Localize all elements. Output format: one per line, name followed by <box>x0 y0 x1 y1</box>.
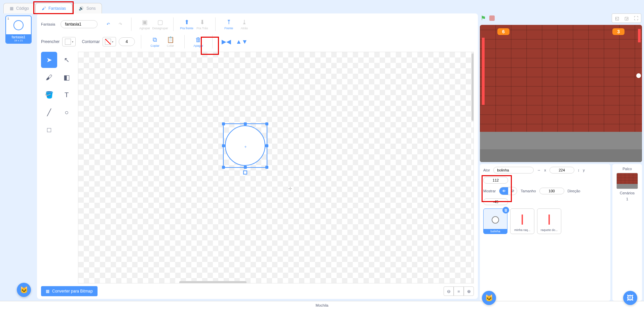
stage-small-button[interactable]: ◱ <box>613 14 621 22</box>
costume-name-label: Fantasia <box>41 22 55 26</box>
tab-costumes[interactable]: 🖌 Fantasias <box>35 3 72 13</box>
rotate-handle[interactable] <box>243 170 247 175</box>
stage-thumbnail[interactable] <box>616 173 638 189</box>
score-left: 6 <box>497 28 509 35</box>
show-sprite-button[interactable]: 👁 <box>499 187 508 195</box>
fill-tool[interactable]: 🪣 <box>41 87 57 103</box>
show-label: Mostrar <box>483 189 496 193</box>
canvas-selection[interactable]: ＋ <box>223 123 267 168</box>
y-icon: ↕ <box>578 168 580 172</box>
backdrops-label: Cenários <box>620 191 635 195</box>
score-right: 3 <box>612 28 624 35</box>
tab-costumes-label: Fantasias <box>48 6 66 11</box>
sprite-item-minha-raquete[interactable]: minha raq... <box>510 208 534 234</box>
tab-sounds-label: Sons <box>86 6 96 11</box>
add-costume-fab[interactable]: 🐱 <box>17 283 31 297</box>
fill-color-button[interactable]: ▾ <box>62 37 76 46</box>
sound-icon: 🔊 <box>79 6 84 11</box>
sprite-paddle-left[interactable] <box>482 38 485 105</box>
tab-code[interactable]: ▦ Código <box>3 3 35 13</box>
trash-icon: 🗑 <box>195 36 201 43</box>
sprite-y-input[interactable] <box>483 177 508 184</box>
sprite-size-input[interactable] <box>539 188 564 194</box>
rect-tool[interactable]: □ <box>41 122 57 138</box>
tool-palette: ➤ ↖ 🖌 ◧ 🪣 T ╱ ○ □ <box>41 52 75 283</box>
stage-full-button[interactable]: ⛶ <box>632 14 640 22</box>
costume-size: 19 x 21 <box>6 39 31 42</box>
add-backdrop-fab[interactable]: 🖼 <box>623 291 637 305</box>
delete-button[interactable]: 🗑Apagar <box>191 36 206 47</box>
outline-color-button[interactable]: ▾ <box>103 37 116 46</box>
outline-width-input[interactable] <box>119 37 135 46</box>
canvas-scrollbar-h[interactable] <box>179 281 247 283</box>
costume-name: fantasia1 <box>12 35 26 39</box>
redo-button[interactable]: ↷ <box>115 20 126 29</box>
sprite-direction-input[interactable] <box>483 198 508 205</box>
costume-editor: Fantasia ↶ ↷ ▣Agrupar ▢Desagrupar ⬆Pra f… <box>37 13 478 299</box>
flip-vertical-button[interactable]: ▲▼ <box>234 38 250 45</box>
green-flag-button[interactable]: ⚑ <box>481 14 486 22</box>
flip-horizontal-button[interactable]: ▶◀ <box>219 38 234 45</box>
outline-label: Contornar <box>82 39 100 44</box>
sprite-x-input[interactable] <box>550 167 574 173</box>
forward-button[interactable]: ⬆Pra frente <box>179 18 194 30</box>
convert-to-bitmap-button[interactable]: ▦ Converter para Bitmap <box>41 286 98 296</box>
tab-code-label: Código <box>16 6 29 11</box>
sprite-name-input[interactable] <box>493 167 534 173</box>
select-tool[interactable]: ➤ <box>41 52 57 68</box>
zoom-out-button[interactable]: ⊖ <box>444 286 454 296</box>
brush-tool[interactable]: 🖌 <box>41 69 57 85</box>
costume-name-input[interactable] <box>61 20 98 28</box>
back-button[interactable]: ⤓Atrás <box>236 18 252 30</box>
hide-sprite-button[interactable]: ⊘ <box>508 187 517 195</box>
delete-sprite-button[interactable]: 🗑 <box>502 207 509 214</box>
text-tool[interactable]: T <box>59 87 75 103</box>
stage-label: Palco <box>622 167 632 171</box>
reshape-tool[interactable]: ↖ <box>59 52 75 68</box>
sprite-paddle-right[interactable] <box>638 29 641 42</box>
size-label: Tamanho <box>521 189 536 193</box>
ungroup-button[interactable]: ▢Desagrupar <box>152 18 168 30</box>
backpack-bar[interactable]: Mochila <box>0 301 644 309</box>
paste-button[interactable]: 📋Colar <box>163 36 178 47</box>
sprite-item-raquete-do[interactable]: raquete do... <box>537 208 561 234</box>
costume-index: 1 <box>6 16 10 21</box>
line-tool[interactable]: ╱ <box>41 104 57 120</box>
circle-tool[interactable]: ○ <box>59 104 75 120</box>
sprite-ball[interactable] <box>636 73 641 78</box>
stage-large-button[interactable]: ◲ <box>622 14 631 22</box>
sprite-item-bolinha[interactable]: 🗑 bolinha <box>483 208 507 234</box>
copy-button[interactable]: ⧉Copiar <box>147 36 163 47</box>
tab-sounds[interactable]: 🔊 Sons <box>72 3 102 13</box>
costume-list: 1 fantasia1 19 x 21 <box>0 13 37 301</box>
stage[interactable]: 6 3 <box>480 25 642 162</box>
canvas-scrollbar-v[interactable] <box>471 53 474 121</box>
add-sprite-fab[interactable]: 🐱 <box>482 291 496 305</box>
sprite-label: Ator <box>483 168 490 172</box>
stop-button[interactable] <box>489 15 495 21</box>
backward-button[interactable]: ⬇Pra Trás <box>194 18 210 30</box>
zoom-reset-button[interactable]: = <box>454 286 464 296</box>
costume-item[interactable]: 1 fantasia1 19 x 21 <box>5 15 32 44</box>
zoom-in-button[interactable]: ⊕ <box>464 286 474 296</box>
code-icon: ▦ <box>10 6 13 11</box>
xy-icon: ↔ <box>537 168 541 172</box>
group-button[interactable]: ▣Agrupar <box>137 18 152 30</box>
undo-button[interactable]: ↶ <box>103 20 114 29</box>
bitmap-icon: ▦ <box>46 289 49 294</box>
crosshair-icon: ＋ <box>243 144 248 150</box>
front-button[interactable]: ⤒Frente <box>221 18 236 30</box>
backdrops-count: 1 <box>626 197 628 201</box>
center-marker-icon: ✛ <box>288 186 292 191</box>
fill-label: Preencher <box>41 39 60 44</box>
eraser-tool[interactable]: ◧ <box>59 69 75 85</box>
direction-label: Direção <box>568 189 580 193</box>
brush-icon: 🖌 <box>42 6 46 11</box>
paint-canvas[interactable]: ＋ ✛ <box>78 52 474 283</box>
